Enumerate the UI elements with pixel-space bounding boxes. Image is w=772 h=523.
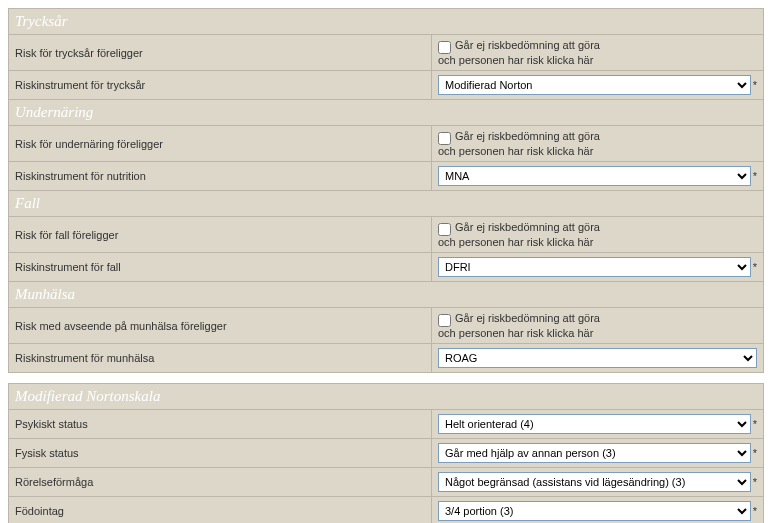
required-star: * — [753, 505, 757, 517]
risk-checkbox-line1-trycksar: Går ej riskbedömning att göra — [455, 39, 600, 51]
risk-checkbox-line2-munhalsa: och personen har risk klicka här — [438, 327, 757, 339]
risk-checkbox-undernaring[interactable] — [438, 132, 451, 145]
section-header-norton: Modifierad Nortonskala — [9, 384, 764, 410]
section-header-trycksar: Trycksår — [9, 9, 764, 35]
norton-item-select-2[interactable]: Något begränsad (assistans vid lägesändr… — [438, 472, 751, 492]
instrument-select-undernaring[interactable]: MNA — [438, 166, 751, 186]
norton-item-select-3[interactable]: 3/4 portion (3) — [438, 501, 751, 521]
required-star: * — [753, 261, 757, 273]
instrument-select-fall[interactable]: DFRI — [438, 257, 751, 277]
instrument-label-trycksar: Riskinstrument för trycksår — [9, 71, 432, 100]
section-header-fall: Fall — [9, 191, 764, 217]
norton-item-label: Fysisk status — [9, 439, 432, 468]
norton-item-select-1[interactable]: Går med hjälp av annan person (3) — [438, 443, 751, 463]
risk-checkbox-line1-undernaring: Går ej riskbedömning att göra — [455, 130, 600, 142]
section-header-undernaring: Undernäring — [9, 100, 764, 126]
risk-checkbox-line2-fall: och personen har risk klicka här — [438, 236, 757, 248]
risk-checkbox-line2-trycksar: och personen har risk klicka här — [438, 54, 757, 66]
instrument-select-trycksar[interactable]: Modifierad Norton — [438, 75, 751, 95]
instrument-select-munhalsa[interactable]: ROAG — [438, 348, 757, 368]
risk-label-trycksar: Risk för trycksår föreligger — [9, 35, 432, 71]
norton-item-select-0[interactable]: Helt orienterad (4) — [438, 414, 751, 434]
instrument-label-undernaring: Riskinstrument för nutrition — [9, 162, 432, 191]
norton-table: Modifierad Nortonskala Psykiskt status H… — [8, 383, 764, 523]
risk-label-undernaring: Risk för undernäring föreligger — [9, 126, 432, 162]
risk-checkbox-cell-fall: Går ej riskbedömning att göra och person… — [432, 217, 764, 253]
risk-checkbox-line1-fall: Går ej riskbedömning att göra — [455, 221, 600, 233]
required-star: * — [753, 447, 757, 459]
risk-label-fall: Risk för fall föreligger — [9, 217, 432, 253]
risk-label-munhalsa: Risk med avseende på munhälsa föreligger — [9, 308, 432, 344]
section-header-munhalsa: Munhälsa — [9, 282, 764, 308]
instrument-label-fall: Riskinstrument för fall — [9, 253, 432, 282]
risk-checkbox-cell-trycksar: Går ej riskbedömning att göra och person… — [432, 35, 764, 71]
norton-item-label: Födointag — [9, 497, 432, 524]
norton-item-label: Psykiskt status — [9, 410, 432, 439]
required-star: * — [753, 476, 757, 488]
required-star: * — [753, 170, 757, 182]
instrument-label-munhalsa: Riskinstrument för munhälsa — [9, 344, 432, 373]
risk-checkbox-fall[interactable] — [438, 223, 451, 236]
risk-checkbox-trycksar[interactable] — [438, 41, 451, 54]
risk-checkbox-cell-undernaring: Går ej riskbedömning att göra och person… — [432, 126, 764, 162]
risk-checkbox-cell-munhalsa: Går ej riskbedömning att göra och person… — [432, 308, 764, 344]
required-star: * — [753, 418, 757, 430]
norton-item-label: Rörelseförmåga — [9, 468, 432, 497]
risk-checkbox-line2-undernaring: och personen har risk klicka här — [438, 145, 757, 157]
risk-table: Trycksår Risk för trycksår föreligger Gå… — [8, 8, 764, 373]
required-star: * — [753, 79, 757, 91]
risk-checkbox-line1-munhalsa: Går ej riskbedömning att göra — [455, 312, 600, 324]
risk-checkbox-munhalsa[interactable] — [438, 314, 451, 327]
